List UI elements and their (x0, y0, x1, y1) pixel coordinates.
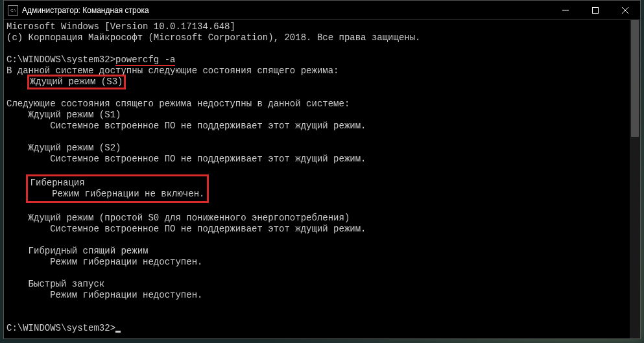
hibernation-reason: Режим гибернации не включен. (30, 189, 205, 199)
maximize-button[interactable] (580, 1, 610, 19)
available-s3: Ждущий режим (S3) (27, 75, 126, 89)
console-output[interactable]: Microsoft Windows [Version 10.0.17134.64… (4, 20, 640, 338)
window-title: Администратор: Командная строка (22, 6, 149, 15)
minimize-button[interactable] (551, 1, 580, 19)
copyright-line: (c) Корпорация Майкрософт (Microsoft Cor… (6, 32, 421, 43)
cmd-icon (8, 5, 18, 16)
fast-reason: Режим гибернации недоступен. (6, 290, 202, 300)
s1-title: Ждущий режим (S1) (6, 110, 121, 120)
hibernation-block: Гибернация Режим гибернации не включен. (26, 174, 209, 203)
s0-title: Ждущий режим (простой S0 для пониженного… (6, 213, 350, 223)
cursor (115, 331, 121, 333)
window-controls (551, 1, 640, 19)
s1-reason: Системное встроенное ПО не поддерживает … (6, 121, 366, 131)
unavailable-header: Следующие состояния спящего режима недос… (6, 99, 350, 109)
fast-title: Быстрый запуск (6, 279, 104, 289)
version-line: Microsoft Windows [Version 10.0.17134.64… (6, 21, 235, 32)
prompt-path-2: C:\WINDOWS\system32> (6, 323, 115, 333)
hybrid-title: Гибридный спящий режим (6, 246, 148, 256)
hibernation-title: Гибернация (30, 178, 85, 188)
svg-rect-1 (593, 7, 599, 13)
close-button[interactable] (610, 1, 640, 19)
command-text: powercfg -a (115, 54, 175, 66)
scroll-thumb[interactable] (631, 20, 639, 137)
command-prompt-window: Администратор: Командная строка Microsof… (3, 0, 641, 339)
titlebar[interactable]: Администратор: Командная строка (4, 1, 640, 20)
s2-reason: Системное встроенное ПО не поддерживает … (6, 154, 366, 164)
s2-title: Ждущий режим (S2) (6, 143, 121, 153)
hybrid-reason: Режим гибернации недоступен. (6, 257, 202, 267)
prompt-path: C:\WINDOWS\system32> (6, 54, 115, 65)
scrollbar[interactable] (630, 20, 640, 338)
s0-reason: Системное встроенное ПО не поддерживает … (6, 224, 366, 234)
